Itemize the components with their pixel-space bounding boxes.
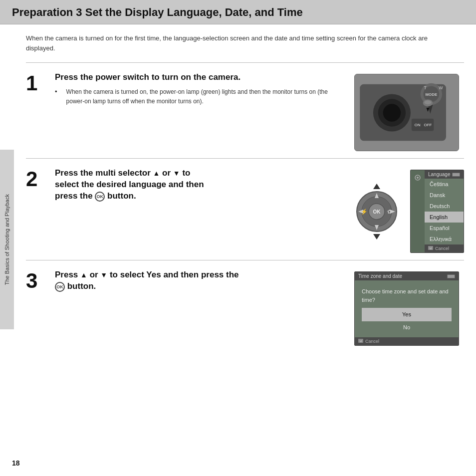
cancel-icon: M [428,246,433,251]
settings-icon [414,174,421,181]
step-3-section: 3 Press ▲ or ▼ to select Yes and then pr… [26,260,464,351]
step-1-bullet: • When the camera is turned on, the powe… [55,87,345,106]
sidebar: The Basics of Shooting and Playback [0,150,14,329]
step-3-image: Time zone and date Choose time zone and … [354,271,464,346]
step-1-title: Press the power switch to turn on the ca… [55,72,345,83]
lang-icon-col [411,170,425,252]
tz-battery-icon [447,274,455,278]
step-1-number: 1 [26,73,52,94]
tz-footer-cancel: Cancel [365,339,379,344]
lang-item-greek[interactable]: Ελληνικά [425,234,464,244]
svg-text:ON: ON [415,123,421,127]
main-content: When the camera is turned on for the fir… [14,24,476,368]
lang-footer: M Cancel [425,244,464,252]
step-1-section: 1 Press the power switch to turn on the … [26,62,464,156]
tz-no-option[interactable]: No [362,321,452,334]
step-2-number: 2 [26,169,52,190]
step-1-desc: When the camera is turned on, the power-… [66,87,345,106]
lang-header: Language [425,170,464,179]
lang-item-english[interactable]: English [425,212,464,223]
lang-screen-wrapper: Language Čeština Dansk Deutsch English E… [411,170,464,252]
tz-header-label: Time zone and date [358,273,402,279]
step-1-image: MODE ON OFF T W [354,74,464,151]
svg-point-28 [417,177,419,179]
header-bar: Preparation 3 Set the Display Language, … [0,0,476,24]
lang-list: Čeština Dansk Deutsch English Español Ελ… [425,179,464,244]
triangle-down-indicator [373,234,380,239]
step-3-content: Press ▲ or ▼ to select Yes and then pres… [52,269,345,296]
camera-top-illustration: MODE ON OFF T W [354,74,459,151]
svg-text:T: T [424,85,427,90]
yes-bold: Yes [146,270,161,279]
tz-yes-option[interactable]: Yes [362,308,452,321]
svg-point-15 [425,101,432,105]
svg-text:OK: OK [373,209,381,215]
bullet-dot: • [55,88,57,95]
tz-cancel-icon: M [358,339,363,344]
language-screen: Language Čeština Dansk Deutsch English E… [410,170,464,253]
step-2-image: OK ⚡ ✿ [354,170,464,253]
svg-text:M: M [430,247,432,250]
svg-point-4 [383,104,401,122]
lang-footer-cancel: Cancel [435,246,449,251]
ok-circle-step3: OK [55,282,65,292]
svg-text:OFF: OFF [424,123,432,127]
lang-item-espanol[interactable]: Español [425,223,464,234]
lang-header-label: Language [428,172,451,177]
ok-button-inline: OK [95,192,105,202]
step-2-content: Press the multi selector ▲ or ▼ toselect… [52,168,345,206]
step-2-title: Press the multi selector ▲ or ▼ toselect… [55,168,345,202]
svg-text:W: W [439,85,443,90]
tz-body: Choose time zone and set date and time? … [355,280,459,337]
svg-text:M: M [360,340,362,343]
triangle-up-indicator [373,184,380,189]
step-3-number: 3 [26,270,52,291]
svg-text:✿: ✿ [387,209,392,215]
tz-footer: M Cancel [355,337,459,345]
step-2-section: 2 Press the multi selector ▲ or ▼ tosele… [26,158,464,258]
page-title: Preparation 3 Set the Display Language, … [12,6,464,19]
selector-svg: OK ⚡ ✿ [354,189,399,234]
step-1-content: Press the power switch to turn on the ca… [52,72,345,106]
lang-item-deutsch[interactable]: Deutsch [425,201,464,212]
step2-image-wrapper: OK ⚡ ✿ [354,170,464,253]
lang-item-dansk[interactable]: Dansk [425,190,464,201]
sidebar-label: The Basics of Shooting and Playback [4,194,10,285]
tz-header: Time zone and date [355,272,459,280]
svg-text:⚡: ⚡ [361,208,368,215]
lang-list-wrapper: Language Čeština Dansk Deutsch English E… [425,170,464,252]
lang-item-cestina[interactable]: Čeština [425,179,464,190]
svg-text:MODE: MODE [426,93,438,97]
step-3-title: Press ▲ or ▼ to select Yes and then pres… [55,269,345,292]
tz-body-text: Choose time zone and set date and time? [362,288,449,303]
battery-icon [452,173,460,177]
intro-text: When the camera is turned on for the fir… [26,33,435,53]
multi-selector-illustration: OK ⚡ ✿ [354,184,399,239]
timezone-screen: Time zone and date Choose time zone and … [354,271,459,346]
page-number: 18 [12,459,20,467]
